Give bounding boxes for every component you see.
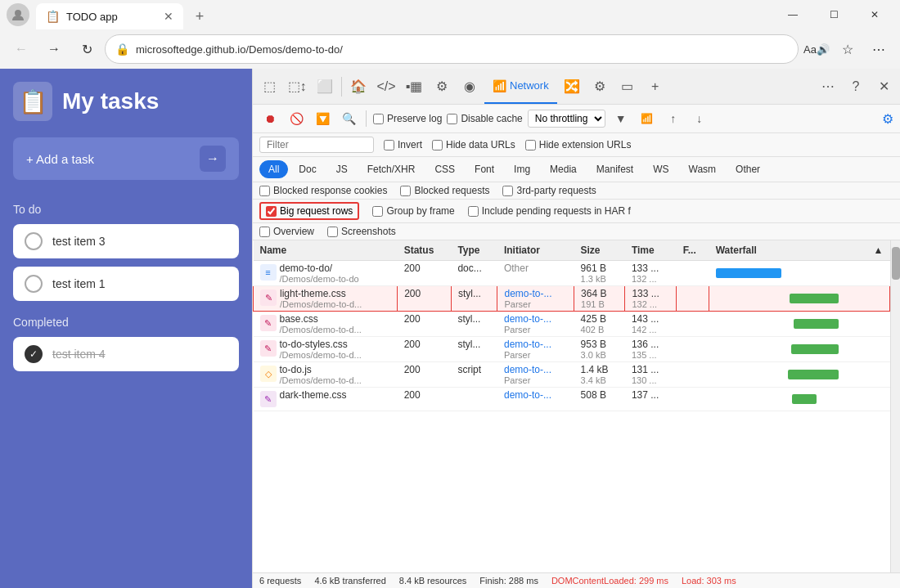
close-devtools-btn[interactable]: ✕ [871,74,897,100]
filter-tab-ws[interactable]: WS [644,160,677,178]
group-by-frame-label[interactable]: Group by frame [372,205,454,217]
export-har-btn[interactable]: ↓ [689,108,710,129]
table-row[interactable]: ✎ to-do-styles.css /Demos/demo-to-d... 2… [254,337,890,362]
task-item-3[interactable]: test item 3 [13,224,239,258]
inspect-element-button[interactable]: ⬚ [256,74,282,100]
maximize-button[interactable]: ☐ [815,0,853,29]
task-3-checkbox[interactable] [25,232,43,250]
table-row[interactable]: ◇ to-do.js /Demos/demo-to-d... 200script… [254,362,890,388]
filter-tab-manifest[interactable]: Manifest [587,160,642,178]
settings-btn[interactable]: ⚙ [587,74,613,100]
table-row[interactable]: ✎ light-theme.css /Demos/demo-to-d... 20… [254,286,890,312]
performance-tab-btn[interactable]: ⚙ [429,74,455,100]
invert-checkbox[interactable] [384,140,394,150]
hide-data-urls-checkbox[interactable] [432,140,443,150]
preserve-log-label[interactable]: Preserve log [373,113,442,124]
elements-tab-btn[interactable]: 🏠 [345,74,371,100]
overview-label[interactable]: Overview [259,226,314,237]
big-request-rows-label[interactable]: Big request rows [259,202,359,220]
performance-insights-btn[interactable]: 🔀 [559,74,585,100]
blocked-response-cookies-label[interactable]: Blocked response cookies [259,185,387,196]
preserve-log-checkbox[interactable] [373,114,384,124]
record-button[interactable]: ⏺ [259,108,281,129]
filter-tab-other[interactable]: Other [727,160,769,178]
split-button[interactable]: ⬜ [312,74,338,100]
blocked-response-cookies-checkbox[interactable] [259,186,270,196]
filter-toggle-button[interactable]: 🔽 [312,108,333,129]
minimize-button[interactable]: — [774,0,812,29]
third-party-requests-label[interactable]: 3rd-party requests [502,185,596,196]
throttle-down-btn[interactable]: ▼ [610,108,632,129]
task-item-1[interactable]: test item 1 [13,267,239,301]
clear-button[interactable]: 🚫 [286,108,307,129]
throttle-select[interactable]: No throttling [528,110,605,128]
new-tab-button[interactable]: + [187,3,213,29]
browser-tab[interactable]: 📋 TODO app ✕ [36,3,183,29]
big-request-rows-checkbox[interactable] [266,206,277,217]
hide-extension-urls-label[interactable]: Hide extension URLs [525,139,632,150]
scrollbar-thumb[interactable] [892,247,900,280]
help-btn[interactable]: ? [843,74,869,100]
table-row[interactable]: ✎ dark-theme.css 200demo-to-...508 B137 … [254,388,890,411]
hide-data-urls-label[interactable]: Hide data URLs [432,139,515,150]
more-tools-btn[interactable]: + [642,74,668,100]
devtools-more-btn[interactable]: ⋯ [815,74,841,100]
console-tab-btn[interactable]: </> [373,74,399,100]
more-button[interactable]: ⋯ [864,34,893,64]
filter-tab-font[interactable]: Font [466,160,503,178]
disable-cache-checkbox[interactable] [447,114,457,124]
back-button[interactable]: ← [7,34,36,64]
initiator-link[interactable]: demo-to-... [504,364,551,375]
filter-tab-img[interactable]: Img [505,160,539,178]
overview-checkbox[interactable] [259,227,270,237]
network-conditions-btn[interactable]: 📶 [637,108,658,129]
filter-tab-media[interactable]: Media [541,160,586,178]
initiator-link[interactable]: demo-to-... [504,313,551,325]
dock-btn[interactable]: ▭ [614,74,641,100]
initiator-link[interactable]: demo-to-... [504,389,551,401]
disable-cache-label[interactable]: Disable cache [447,113,522,124]
profile-icon[interactable] [7,3,29,26]
add-task-button[interactable]: + Add a task → [13,137,239,180]
device-toolbar-button[interactable]: ⬚↕ [284,74,310,100]
hide-extension-urls-checkbox[interactable] [525,140,536,150]
initiator-link[interactable]: demo-to-... [504,339,551,350]
table-row[interactable]: ≡ demo-to-do/ /Demos/demo-to-do 200doc..… [254,261,890,286]
forward-button[interactable]: → [39,34,69,64]
tab-close-button[interactable]: ✕ [164,10,173,23]
import-har-btn[interactable]: ↑ [663,108,684,129]
screenshots-checkbox[interactable] [327,227,338,237]
filter-tab-doc[interactable]: Doc [290,160,325,178]
network-tab[interactable]: 📶 Network [484,69,557,104]
blocked-requests-label[interactable]: Blocked requests [400,185,489,196]
third-party-requests-checkbox[interactable] [502,186,513,196]
reload-button[interactable]: ↻ [72,34,101,64]
read-aloud-button[interactable]: Aa🔊 [802,34,831,64]
invert-label[interactable]: Invert [384,139,422,150]
network-settings-btn[interactable]: ⚙ [882,111,893,127]
task-4-checkbox[interactable]: ✓ [25,345,43,363]
vertical-scrollbar[interactable] [890,240,900,572]
filter-tab-wasm[interactable]: Wasm [680,160,726,178]
memory-tab-btn[interactable]: ◉ [457,74,483,100]
group-by-frame-checkbox[interactable] [372,206,383,217]
filter-tab-js[interactable]: JS [327,160,357,178]
filter-input[interactable] [259,137,374,153]
table-row[interactable]: ✎ base.css /Demos/demo-to-d... 200styl..… [254,312,890,337]
include-pending-label[interactable]: Include pending requests in HAR f [468,205,631,217]
screenshots-label[interactable]: Screenshots [327,226,396,237]
sources-tab-btn[interactable]: ▪▦ [401,74,427,100]
favorites-button[interactable]: ☆ [833,34,862,64]
task-1-checkbox[interactable] [25,275,43,293]
close-button[interactable]: ✕ [856,0,893,29]
blocked-requests-checkbox[interactable] [400,186,411,196]
search-button[interactable]: 🔍 [338,108,359,129]
filter-tab-fetch-xhr[interactable]: Fetch/XHR [358,160,425,178]
initiator-link[interactable]: demo-to-... [504,288,551,299]
filter-tab-css[interactable]: CSS [425,160,464,178]
table-scroll-area[interactable]: Name Status Type Initiator Size Time F..… [253,240,890,572]
address-bar[interactable]: 🔒 microsoftedge.github.io/Demos/demo-to-… [105,34,799,64]
filter-tab-all[interactable]: All [259,160,288,178]
task-item-4[interactable]: ✓ test item 4 [13,337,239,371]
include-pending-checkbox[interactable] [468,206,479,217]
